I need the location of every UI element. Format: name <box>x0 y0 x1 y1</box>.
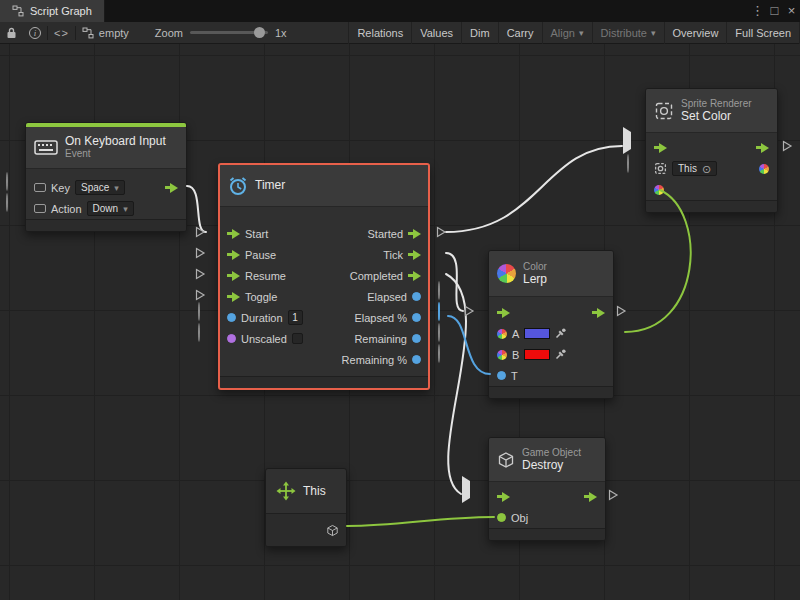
cube-icon <box>497 451 515 469</box>
chevron-down-icon: ▾ <box>123 204 128 214</box>
color-b-swatch[interactable] <box>524 349 550 360</box>
destroy-exec-input-port[interactable] <box>497 492 510 502</box>
toggle-input-port[interactable] <box>227 292 240 302</box>
graph-breadcrumb[interactable]: empty <box>76 22 135 44</box>
key-dropdown[interactable]: Space▾ <box>75 180 125 195</box>
wire-this-to-destroy-obj[interactable] <box>347 517 494 526</box>
elapsed-pct-label: Elapsed % <box>354 312 407 324</box>
lock-button[interactable] <box>0 22 23 44</box>
eyedropper-icon[interactable] <box>555 328 566 339</box>
color-input-wheel-port[interactable] <box>654 185 664 195</box>
remaining-pct-label: Remaining % <box>342 354 407 366</box>
node-color-lerp[interactable]: Color Lerp A B <box>488 250 614 399</box>
lerp-exec-out-ext-port[interactable] <box>616 305 627 317</box>
wire-timer-started-to-setcolor[interactable] <box>446 146 622 232</box>
color-port-b[interactable] <box>497 350 507 360</box>
sprite-mini-icon <box>654 162 667 175</box>
color-a-swatch[interactable] <box>524 328 550 339</box>
align-dropdown[interactable]: Align▾ <box>542 22 592 44</box>
elapsed-pct-output-port[interactable] <box>412 313 421 322</box>
timer-resume-ext-port[interactable] <box>195 268 206 280</box>
node-subtitle: Event <box>65 148 166 160</box>
unscaled-label: Unscaled <box>241 333 287 345</box>
graph-icon <box>82 27 94 39</box>
destroy-exec-out-ext-port[interactable] <box>608 489 619 501</box>
pause-input-port[interactable] <box>227 250 240 260</box>
color-output-wheel-port[interactable] <box>759 164 769 174</box>
started-output-port[interactable] <box>408 229 421 239</box>
obj-input-port[interactable] <box>497 513 506 522</box>
code-view-toggle[interactable]: <> <box>48 22 75 44</box>
node-title: Set Color <box>681 110 752 123</box>
tick-label: Tick <box>383 249 403 261</box>
dim-button[interactable]: Dim <box>461 22 498 44</box>
elapsed-output-port[interactable] <box>412 292 421 301</box>
carry-button[interactable]: Carry <box>498 22 542 44</box>
destroy-exec-output-port[interactable] <box>584 492 597 502</box>
node-gameobject-destroy[interactable]: Game Object Destroy Obj <box>488 437 606 541</box>
node-timer[interactable]: Timer Start Pause Resume Toggle Duration… <box>218 163 430 390</box>
timer-pause-ext-port[interactable] <box>195 247 206 259</box>
wire-timer-completed-to-destroy[interactable] <box>446 274 466 494</box>
relations-button[interactable]: Relations <box>348 22 411 44</box>
zoom-slider-handle[interactable] <box>254 27 265 38</box>
completed-output-port[interactable] <box>408 271 421 281</box>
node-footer <box>26 219 186 231</box>
node-header: Timer <box>220 165 428 207</box>
remaining-output-port[interactable] <box>412 334 421 343</box>
node-footer <box>646 200 777 212</box>
pause-label: Pause <box>245 249 276 261</box>
node-sprite-renderer-set-color[interactable]: Sprite Renderer Set Color This ⊙ <box>645 88 778 213</box>
values-button[interactable]: Values <box>411 22 461 44</box>
unscaled-checkbox[interactable] <box>292 333 303 344</box>
eyedropper-icon[interactable] <box>555 349 566 360</box>
window-menu-icon[interactable]: ⋮ <box>749 0 766 22</box>
toolbar-buttons: Relations Values Dim Carry Align▾ Distri… <box>348 22 800 44</box>
key-icon <box>34 183 46 192</box>
target-self-field[interactable]: This ⊙ <box>672 161 717 176</box>
t-input-port[interactable] <box>497 371 506 380</box>
start-input-port[interactable] <box>227 229 240 239</box>
resume-input-port[interactable] <box>227 271 240 281</box>
zoom-slider[interactable] <box>190 31 268 34</box>
color-port-a[interactable] <box>497 329 507 339</box>
unscaled-port[interactable] <box>227 334 236 343</box>
duration-value-field[interactable]: 1 <box>288 310 303 325</box>
setcolor-exec-out-ext-port[interactable] <box>782 140 793 152</box>
graph-canvas[interactable]: On Keyboard Input Event Key Space▾ Actio… <box>0 44 800 600</box>
overview-button[interactable]: Overview <box>664 22 727 44</box>
zoom-value: 1x <box>275 27 287 39</box>
close-icon[interactable]: × <box>783 0 800 22</box>
setcolor-exec-input-port[interactable] <box>654 143 667 153</box>
node-title: This <box>303 485 326 498</box>
object-picker-icon[interactable]: ⊙ <box>702 164 711 174</box>
toggle-label: Toggle <box>245 291 277 303</box>
node-this[interactable]: This <box>265 468 347 547</box>
remaining-pct-output-port[interactable] <box>412 355 421 364</box>
maximize-icon[interactable]: □ <box>766 0 783 22</box>
lerp-exec-output-port[interactable] <box>592 308 605 318</box>
trigger-output-port[interactable] <box>165 183 178 193</box>
action-dropdown[interactable]: Down▾ <box>87 201 134 216</box>
gameobject-output-port[interactable] <box>326 524 339 537</box>
tick-output-port[interactable] <box>408 250 421 260</box>
node-on-keyboard-input[interactable]: On Keyboard Input Event Key Space▾ Actio… <box>25 122 187 232</box>
tab-script-graph[interactable]: Script Graph <box>0 0 105 22</box>
timer-input-column: Start Pause Resume Toggle Duration1 Unsc… <box>227 223 303 370</box>
lerp-exec-in-ext-port[interactable] <box>464 305 475 317</box>
setcolor-exec-output-port[interactable] <box>756 143 769 153</box>
inspect-button[interactable]: i <box>23 22 47 44</box>
timer-start-ext-port[interactable] <box>195 226 206 238</box>
remaining-label: Remaining <box>354 333 407 345</box>
timer-started-ext-port[interactable] <box>436 226 447 238</box>
node-header: On Keyboard Input Event <box>26 127 186 169</box>
node-header: Color Lerp <box>489 251 613 297</box>
window-controls: ⋮ □ × <box>749 0 800 22</box>
full-screen-button[interactable]: Full Screen <box>726 22 800 44</box>
node-title: On Keyboard Input <box>65 135 166 148</box>
lerp-exec-input-port[interactable] <box>497 308 510 318</box>
timer-toggle-ext-port[interactable] <box>195 289 206 301</box>
wire-timer-elapsedpct-to-lerp-t[interactable] <box>448 316 490 374</box>
duration-port[interactable] <box>227 313 236 322</box>
distribute-dropdown[interactable]: Distribute▾ <box>592 22 664 44</box>
